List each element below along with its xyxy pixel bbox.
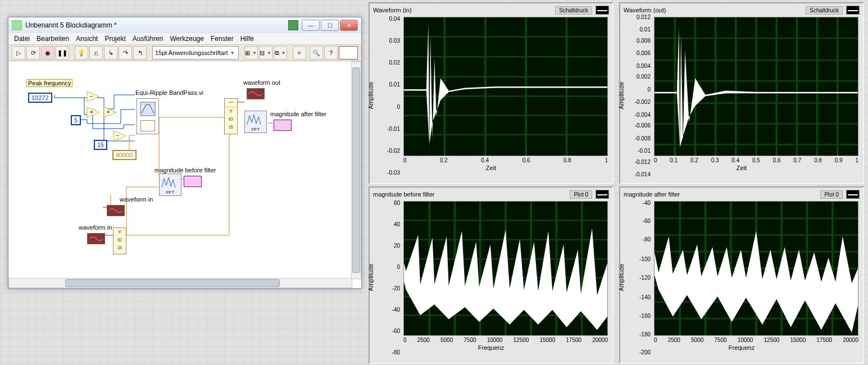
const-40000[interactable]: 40000 bbox=[112, 150, 137, 160]
context-help-button[interactable]: ? bbox=[324, 46, 338, 60]
label-waveform-in-1: waveform in bbox=[120, 196, 153, 203]
control-waveform-in-2[interactable] bbox=[87, 233, 105, 244]
reorder-button[interactable]: ⧉▼ bbox=[274, 46, 287, 60]
x-ticks: 00.10.20.30.40.50.60.70.80.91 bbox=[654, 156, 858, 163]
legend-swatch[interactable] bbox=[846, 190, 860, 199]
cleanup-button[interactable]: ✧ bbox=[293, 46, 306, 60]
menu-projekt[interactable]: Projekt bbox=[104, 35, 125, 43]
legend-swatch[interactable] bbox=[596, 6, 609, 15]
window-buttons: ― ☐ ✕ bbox=[302, 20, 358, 31]
svg-marker-0 bbox=[87, 92, 99, 102]
label-bandpass-vi: Equi-Ripple BandPass.vi bbox=[135, 89, 203, 96]
label-waveform-in-2: waveform in bbox=[79, 224, 112, 231]
menu-ausfuehren[interactable]: Ausführen bbox=[133, 35, 163, 43]
legend-label[interactable]: Schalldruck bbox=[806, 6, 843, 15]
plot-surface[interactable] bbox=[404, 202, 607, 335]
indicator-waveform-out[interactable] bbox=[247, 88, 265, 99]
legend-label[interactable]: Plot 0 bbox=[570, 190, 592, 199]
get-waveform-components-node[interactable]: Yt0dt bbox=[113, 227, 126, 254]
svg-marker-4 bbox=[104, 107, 116, 117]
free-label-peak-frequency: Peak frequency bbox=[26, 79, 72, 87]
menu-bearbeiten[interactable]: Bearbeiten bbox=[37, 35, 69, 43]
label-magnitude-before: magnitude before filter bbox=[154, 167, 216, 174]
menu-werkzeuge[interactable]: Werkzeuge bbox=[170, 35, 203, 43]
fft-node-before[interactable]: FFT bbox=[159, 174, 181, 196]
y-axis-label: Amplitude bbox=[618, 82, 625, 110]
maximize-button[interactable]: ☐ bbox=[321, 20, 339, 31]
block-diagram-window: Unbenannt 5 Blockdiagramm * ― ☐ ✕ Datei … bbox=[8, 17, 362, 289]
abort-button[interactable]: ◉ bbox=[41, 46, 54, 60]
subtract-node-2[interactable]: − bbox=[112, 130, 127, 142]
titlebar[interactable]: Unbenannt 5 Blockdiagramm * ― ☐ ✕ bbox=[8, 17, 361, 33]
svg-marker-2 bbox=[87, 107, 99, 117]
window-title: Unbenannt 5 Blockdiagramm * bbox=[25, 21, 285, 29]
labview-icon bbox=[12, 20, 22, 30]
step-into-button[interactable]: ↳ bbox=[104, 46, 117, 60]
graph-title: magnitude after filter bbox=[624, 191, 817, 198]
pause-button[interactable]: ❚❚ bbox=[56, 46, 69, 60]
graph-magnitude-before: magnitude before filter Plot 0 Amplitude… bbox=[369, 186, 613, 364]
x-axis-label: Zeit bbox=[625, 165, 858, 171]
const-10272[interactable]: 10272 bbox=[28, 93, 52, 103]
legend-label[interactable]: Schalldruck bbox=[555, 6, 592, 15]
align-objects-button[interactable]: ⊞▼ bbox=[244, 46, 258, 60]
svg-text:−: − bbox=[90, 93, 93, 99]
plot-surface[interactable] bbox=[655, 17, 858, 156]
x-ticks: 00.20.40.60.81 bbox=[403, 156, 608, 163]
label-magnitude-after: magnitude after filter bbox=[270, 111, 326, 117]
minimize-button[interactable]: ― bbox=[302, 20, 320, 31]
y-axis-label: Amplitude bbox=[618, 264, 625, 291]
label-waveform-out: waveform out bbox=[243, 79, 280, 86]
menu-fenster[interactable]: Fenster bbox=[211, 35, 234, 43]
y-ticks: 0.012 0.01 0.008 0.006 0.004 0.002 0 -0.… bbox=[625, 17, 653, 174]
close-button[interactable]: ✕ bbox=[340, 20, 358, 31]
plot-surface[interactable] bbox=[655, 202, 858, 335]
step-out-button[interactable]: ↰ bbox=[133, 46, 147, 60]
svg-text:−: − bbox=[116, 133, 120, 139]
y-ticks: 60 40 20 0 -20 -40 -60 -80 bbox=[374, 201, 402, 354]
block-diagram-canvas[interactable]: Peak frequency 10272 5 15 40000 − + + − … bbox=[8, 61, 361, 288]
step-over-button[interactable]: ↷ bbox=[119, 46, 132, 60]
const-15[interactable]: 15 bbox=[94, 140, 107, 150]
vi-icon[interactable] bbox=[339, 46, 358, 60]
font-select[interactable]: 15pt Anwendungsschriftart▼ bbox=[152, 46, 239, 60]
graph-title: Waveform (in) bbox=[373, 7, 552, 13]
fft-node-after[interactable]: FFT bbox=[244, 111, 267, 133]
plot-surface[interactable] bbox=[404, 17, 607, 156]
vi-save-icon[interactable] bbox=[288, 20, 298, 30]
legend-swatch[interactable] bbox=[596, 190, 609, 199]
x-ticks: 02500500075001000012500150001750020000 bbox=[654, 336, 858, 343]
y-axis-label: Amplitude bbox=[367, 264, 374, 291]
y-ticks: -40 -60 -80 -100 -120 -140 -160 -180 -20… bbox=[625, 201, 653, 354]
retain-wire-values-button[interactable]: ⎌ bbox=[89, 46, 103, 60]
highlight-execution-button[interactable]: 💡 bbox=[75, 46, 88, 60]
distribute-objects-button[interactable]: ⊟▼ bbox=[259, 46, 272, 60]
menu-hilfe[interactable]: Hilfe bbox=[240, 35, 254, 43]
add-node-2[interactable]: + bbox=[103, 106, 117, 118]
search-button[interactable]: 🔍 bbox=[310, 46, 323, 60]
menu-datei[interactable]: Datei bbox=[14, 35, 30, 43]
graph-waveform-in: Waveform (in) Schalldruck Amplitude 0.04… bbox=[369, 2, 613, 184]
menu-ansicht[interactable]: Ansicht bbox=[76, 35, 98, 43]
legend-swatch[interactable] bbox=[846, 6, 860, 15]
scrollbar-horizontal[interactable] bbox=[8, 278, 352, 288]
svg-text:+: + bbox=[107, 109, 110, 115]
scrollbar-vertical[interactable] bbox=[351, 61, 361, 279]
indicator-magnitude-after[interactable] bbox=[274, 120, 292, 131]
control-waveform-in-1[interactable] bbox=[107, 205, 125, 216]
x-ticks: 02500500075001000012500150001750020000 bbox=[403, 336, 608, 343]
graph-waveform-out: Waveform (out) Schalldruck Amplitude 0.0… bbox=[619, 2, 864, 184]
build-waveform-node[interactable]: 〰Yt0dt bbox=[224, 98, 238, 134]
indicator-magnitude-before[interactable] bbox=[184, 176, 202, 187]
graph-magnitude-after: magnitude after filter Plot 0 Amplitude … bbox=[619, 186, 864, 364]
x-axis-label: Frequenz bbox=[625, 344, 858, 351]
add-node-1[interactable]: + bbox=[86, 106, 101, 118]
run-button[interactable]: ▷ bbox=[12, 46, 25, 60]
subtract-node[interactable]: − bbox=[86, 90, 101, 103]
svg-marker-6 bbox=[113, 131, 126, 141]
menu-bar[interactable]: Datei Bearbeiten Ansicht Projekt Ausführ… bbox=[8, 33, 361, 45]
legend-label[interactable]: Plot 0 bbox=[820, 190, 843, 199]
y-axis-label: Amplitude bbox=[367, 82, 374, 110]
run-continuously-button[interactable]: ⟳ bbox=[26, 46, 40, 60]
const-5[interactable]: 5 bbox=[71, 115, 81, 125]
